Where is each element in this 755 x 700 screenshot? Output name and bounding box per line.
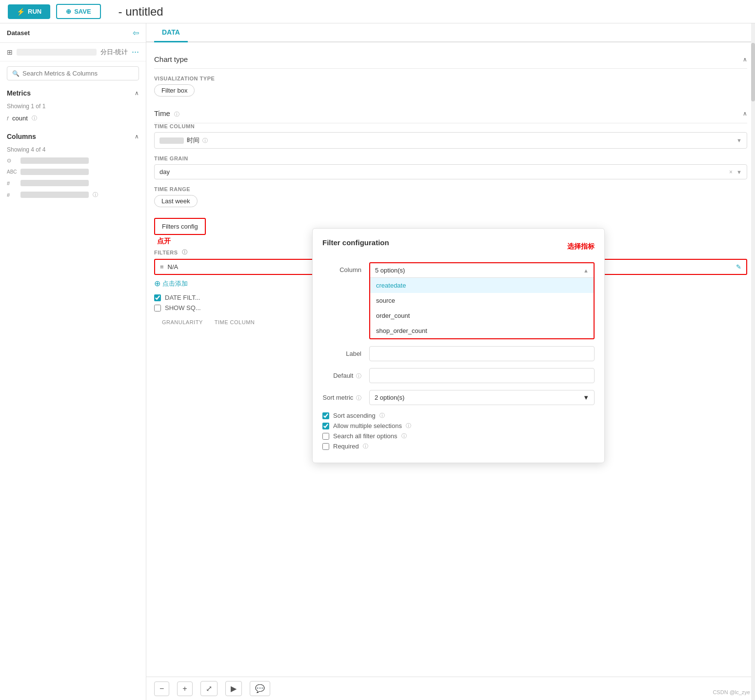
time-range-badge[interactable]: Last week (154, 195, 198, 207)
sort-ascending-checkbox[interactable] (322, 412, 329, 419)
time-label: Time ⓘ (154, 109, 179, 118)
columns-section-header[interactable]: Columns ∧ (0, 129, 146, 144)
dataset-collapse-icon[interactable]: ⇦ (133, 28, 139, 38)
filters-config-button[interactable]: Filters config (154, 218, 206, 235)
app-container: ⚡ RUN ⊕ SAVE - untitled Dataset ⇦ ⊞ 分日-统… (0, 0, 755, 700)
metric-name-count: count (12, 115, 28, 122)
chart-type-chevron-icon: ∧ (743, 56, 747, 63)
chart-type-section[interactable]: Chart type ∧ (154, 50, 747, 69)
config-label-control (369, 346, 595, 361)
config-sort-metric-label: Sort metric ⓘ (322, 390, 361, 402)
time-grain-select[interactable]: day × ▼ (154, 164, 747, 179)
save-button[interactable]: ⊕ SAVE (56, 4, 100, 19)
sort-metric-info-icon[interactable]: ⓘ (356, 395, 361, 401)
filter-edit-icon[interactable]: ✎ (736, 263, 741, 271)
dropdown-item-order-count[interactable]: order_count (370, 308, 594, 323)
default-info-icon[interactable]: ⓘ (356, 373, 361, 379)
left-panel: Dataset ⇦ ⊞ 分日-统计 ··· 🔍 Metrics ∧ Showin… (0, 23, 146, 700)
search-all-info-icon[interactable]: ⓘ (401, 432, 407, 440)
add-filter-label: 点击添加 (162, 279, 188, 288)
comment-button[interactable]: 💬 (250, 681, 270, 696)
watermark: CSDN @lc_zye (713, 689, 750, 695)
columns-section-title: Columns (7, 133, 36, 140)
required-info-icon[interactable]: ⓘ (363, 443, 368, 450)
date-filter-label: DATE FILT... (165, 294, 200, 301)
required-label: Required ⓘ (333, 443, 368, 450)
dropdown-item-source[interactable]: source (370, 293, 594, 308)
config-sort-metric-control: 2 option(s) ▼ (369, 390, 595, 405)
time-column-select[interactable]: 时间 ⓘ ▼ (154, 132, 747, 149)
main-body: Dataset ⇦ ⊞ 分日-统计 ··· 🔍 Metrics ∧ Showin… (0, 23, 755, 700)
metric-info-icon[interactable]: ⓘ (32, 115, 37, 122)
column-item-1: ABC (0, 166, 146, 177)
tab-data[interactable]: DATA (154, 23, 188, 42)
time-range-field: TIME RANGE Last week (154, 186, 747, 207)
col-name-blurred-0 (20, 157, 89, 164)
default-input[interactable] (369, 368, 595, 383)
sort-metric-select[interactable]: 2 option(s) ▼ (369, 390, 595, 405)
time-grain-field: TIME GRAIN day × ▼ (154, 156, 747, 179)
annotation-select: 选择指标 (567, 242, 595, 251)
time-section[interactable]: Time ⓘ ∧ (154, 104, 747, 123)
plus-icon: ⊕ (66, 8, 71, 15)
time-column-arrow-icon: ▼ (736, 137, 742, 143)
show-sq-checkbox[interactable] (154, 305, 161, 311)
dropdown-arrow-up-icon: ▲ (583, 268, 589, 273)
config-default-label: Default ⓘ (322, 368, 361, 380)
search-all-label: Search all filter options ⓘ (333, 432, 407, 440)
allow-multiple-checkbox[interactable] (322, 423, 329, 429)
page-title: - untitled (119, 5, 163, 19)
present-button[interactable]: ▶ (225, 681, 242, 696)
dataset-header: Dataset ⇦ (0, 23, 146, 43)
dropdown-list: createdate source order_count shop_order… (370, 277, 594, 338)
filters-info-icon[interactable]: ⓘ (182, 249, 188, 256)
columns-chevron-icon: ∧ (135, 133, 139, 140)
time-column-info-icon[interactable]: ⓘ (202, 137, 208, 144)
run-button[interactable]: ⚡ RUN (8, 4, 50, 19)
search-all-row: Search all filter options ⓘ (322, 432, 595, 440)
metrics-section-header[interactable]: Metrics ∧ (0, 85, 146, 101)
search-all-checkbox[interactable] (322, 433, 329, 440)
time-grain-clear-icon[interactable]: × (729, 169, 733, 175)
config-default-control (369, 368, 595, 383)
filter-config-title: Filter configuration (322, 238, 389, 247)
required-checkbox[interactable] (322, 443, 329, 450)
column-item-2: # (0, 177, 146, 189)
fit-button[interactable]: ⤢ (200, 681, 218, 696)
zoom-in-button[interactable]: + (177, 681, 192, 696)
dataset-row: ⊞ 分日-统计 ··· (0, 43, 146, 61)
filter-list-icon: ≡ (160, 263, 164, 271)
dropdown-item-shop-order-count[interactable]: shop_order_count (370, 323, 594, 338)
search-input[interactable] (22, 70, 134, 77)
bottom-toolbar: − + ⤢ ▶ 💬 (146, 677, 751, 700)
filter-config-header: Filter configuration 选择指标 (322, 238, 595, 254)
chart-type-label: Chart type (154, 55, 188, 63)
time-info-icon[interactable]: ⓘ (174, 111, 179, 117)
metrics-section-title: Metrics (7, 89, 31, 97)
col-type-clock: ⊙ (7, 157, 17, 164)
time-grain-arrow-icon: ▼ (736, 169, 742, 175)
lightning-icon: ⚡ (17, 8, 25, 16)
dataset-name-text: 分日-统计 (100, 48, 128, 57)
dropdown-header[interactable]: 5 option(s) ▲ (370, 263, 594, 277)
allow-multiple-info-icon[interactable]: ⓘ (406, 422, 411, 429)
dataset-title: Dataset (7, 29, 30, 37)
column-dropdown[interactable]: 5 option(s) ▲ createdate source order_co… (369, 262, 595, 339)
viz-type-label: VISUALIZATION TYPE (154, 76, 747, 81)
col-name-blurred-3 (20, 192, 89, 198)
zoom-out-button[interactable]: − (154, 681, 169, 696)
scroll-thumb[interactable] (751, 43, 755, 101)
dropdown-item-createdate[interactable]: createdate (370, 278, 594, 293)
search-icon: 🔍 (12, 70, 20, 77)
sort-ascending-info-icon[interactable]: ⓘ (379, 412, 385, 419)
column-item-3: # ⓘ (0, 189, 146, 201)
col-info-icon[interactable]: ⓘ (93, 191, 98, 198)
viz-type-badge[interactable]: Filter box (154, 84, 195, 97)
columns-showing-label: Showing 4 of 4 (0, 144, 146, 155)
config-column-row: Column 5 option(s) ▲ createdate source o… (322, 262, 595, 339)
dataset-more-icon[interactable]: ··· (132, 47, 139, 57)
sort-ascending-row: Sort ascending ⓘ (322, 412, 595, 419)
table-icon: ⊞ (7, 48, 13, 56)
date-filter-checkbox[interactable] (154, 294, 161, 301)
label-input[interactable] (369, 346, 595, 361)
